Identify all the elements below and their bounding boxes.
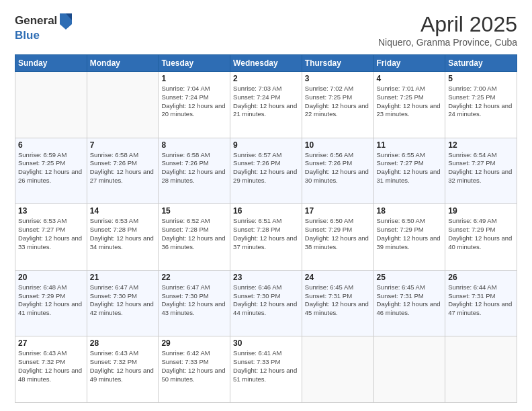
day-info: Sunrise: 7:02 AMSunset: 7:25 PMDaylight:… [305, 85, 371, 119]
day-info: Sunrise: 6:41 AMSunset: 7:33 PMDaylight:… [233, 349, 299, 383]
day-info: Sunrise: 6:42 AMSunset: 7:33 PMDaylight:… [161, 349, 227, 383]
day-info: Sunrise: 6:47 AMSunset: 7:30 PMDaylight:… [161, 283, 227, 318]
day-info: Sunrise: 6:52 AMSunset: 7:28 PMDaylight:… [161, 217, 227, 251]
calendar-cell: 11Sunrise: 6:55 AMSunset: 7:27 PMDayligh… [373, 138, 445, 204]
calendar-cell: 9Sunrise: 6:57 AMSunset: 7:26 PMDaylight… [230, 138, 302, 204]
calendar-cell: 26Sunrise: 6:44 AMSunset: 7:31 PMDayligh… [445, 270, 517, 336]
day-number: 7 [90, 140, 156, 150]
day-number: 10 [305, 140, 371, 150]
calendar-cell [15, 72, 87, 138]
calendar-cell: 7Sunrise: 6:58 AMSunset: 7:26 PMDaylight… [87, 138, 159, 204]
calendar-header-row: SundayMondayTuesdayWednesdayThursdayFrid… [15, 55, 517, 72]
day-info: Sunrise: 6:56 AMSunset: 7:26 PMDaylight:… [305, 151, 371, 185]
day-info: Sunrise: 6:59 AMSunset: 7:25 PMDaylight:… [18, 151, 84, 185]
day-info: Sunrise: 6:45 AMSunset: 7:31 PMDaylight:… [305, 283, 371, 318]
day-number: 9 [233, 140, 299, 150]
calendar-cell: 1Sunrise: 7:04 AMSunset: 7:24 PMDaylight… [159, 72, 230, 138]
calendar-cell: 16Sunrise: 6:51 AMSunset: 7:28 PMDayligh… [230, 204, 302, 271]
calendar-cell: 15Sunrise: 6:52 AMSunset: 7:28 PMDayligh… [159, 204, 230, 271]
logo: General Blue [15, 12, 73, 42]
day-number: 1 [161, 74, 227, 83]
page: General Blue April 2025 Niquero, Granma … [0, 0, 532, 411]
day-info: Sunrise: 6:43 AMSunset: 7:32 PMDaylight:… [18, 349, 84, 383]
title-block: April 2025 Niquero, Granma Province, Cub… [378, 12, 517, 48]
calendar-week-4: 20Sunrise: 6:48 AMSunset: 7:29 PMDayligh… [15, 270, 517, 336]
day-number: 3 [305, 74, 371, 83]
header: General Blue April 2025 Niquero, Granma … [15, 12, 517, 48]
calendar-cell: 8Sunrise: 6:58 AMSunset: 7:26 PMDaylight… [159, 138, 230, 204]
calendar-cell: 27Sunrise: 6:43 AMSunset: 7:32 PMDayligh… [15, 336, 87, 403]
day-number: 14 [90, 206, 156, 216]
day-number: 25 [377, 273, 443, 282]
day-info: Sunrise: 6:45 AMSunset: 7:31 PMDaylight:… [377, 283, 443, 318]
calendar-cell: 5Sunrise: 7:00 AMSunset: 7:25 PMDaylight… [445, 72, 517, 138]
day-info: Sunrise: 6:46 AMSunset: 7:30 PMDaylight:… [233, 283, 299, 318]
day-info: Sunrise: 6:50 AMSunset: 7:29 PMDaylight:… [377, 217, 443, 251]
day-header-friday: Friday [373, 55, 445, 72]
day-info: Sunrise: 6:49 AMSunset: 7:29 PMDaylight:… [448, 217, 514, 251]
calendar-cell [373, 336, 445, 403]
calendar-cell: 29Sunrise: 6:42 AMSunset: 7:33 PMDayligh… [159, 336, 230, 403]
day-number: 21 [90, 273, 156, 282]
day-number: 17 [305, 206, 371, 216]
day-info: Sunrise: 7:03 AMSunset: 7:24 PMDaylight:… [233, 85, 299, 119]
day-number: 4 [377, 74, 443, 83]
calendar-cell: 24Sunrise: 6:45 AMSunset: 7:31 PMDayligh… [302, 270, 373, 336]
logo-icon [58, 11, 73, 30]
calendar-cell: 3Sunrise: 7:02 AMSunset: 7:25 PMDaylight… [302, 72, 373, 138]
location-title: Niquero, Granma Province, Cuba [378, 37, 517, 48]
day-header-saturday: Saturday [445, 55, 517, 72]
calendar-cell: 25Sunrise: 6:45 AMSunset: 7:31 PMDayligh… [373, 270, 445, 336]
day-info: Sunrise: 6:51 AMSunset: 7:28 PMDaylight:… [233, 217, 299, 251]
day-number: 20 [18, 273, 84, 282]
calendar-cell: 17Sunrise: 6:50 AMSunset: 7:29 PMDayligh… [302, 204, 373, 271]
day-header-thursday: Thursday [302, 55, 373, 72]
day-number: 13 [18, 206, 84, 216]
calendar-cell: 22Sunrise: 6:47 AMSunset: 7:30 PMDayligh… [159, 270, 230, 336]
day-info: Sunrise: 6:54 AMSunset: 7:27 PMDaylight:… [448, 151, 514, 185]
calendar-cell: 20Sunrise: 6:48 AMSunset: 7:29 PMDayligh… [15, 270, 87, 336]
calendar-cell: 23Sunrise: 6:46 AMSunset: 7:30 PMDayligh… [230, 270, 302, 336]
day-number: 16 [233, 206, 299, 216]
day-info: Sunrise: 6:57 AMSunset: 7:26 PMDaylight:… [233, 151, 299, 185]
day-number: 27 [18, 338, 84, 348]
day-number: 5 [448, 74, 514, 83]
day-info: Sunrise: 7:01 AMSunset: 7:25 PMDaylight:… [377, 85, 443, 119]
day-number: 29 [161, 338, 227, 348]
calendar-cell [302, 336, 373, 403]
day-info: Sunrise: 6:55 AMSunset: 7:27 PMDaylight:… [377, 151, 443, 185]
calendar-table: SundayMondayTuesdayWednesdayThursdayFrid… [15, 54, 517, 403]
day-info: Sunrise: 6:50 AMSunset: 7:29 PMDaylight:… [305, 217, 371, 251]
day-number: 28 [90, 338, 156, 348]
calendar-cell: 30Sunrise: 6:41 AMSunset: 7:33 PMDayligh… [230, 336, 302, 403]
calendar-cell: 10Sunrise: 6:56 AMSunset: 7:26 PMDayligh… [302, 138, 373, 204]
day-number: 26 [448, 273, 514, 282]
day-info: Sunrise: 6:53 AMSunset: 7:28 PMDaylight:… [90, 217, 156, 251]
day-info: Sunrise: 6:58 AMSunset: 7:26 PMDaylight:… [161, 151, 227, 185]
calendar-week-5: 27Sunrise: 6:43 AMSunset: 7:32 PMDayligh… [15, 336, 517, 403]
calendar-week-2: 6Sunrise: 6:59 AMSunset: 7:25 PMDaylight… [15, 138, 517, 204]
day-info: Sunrise: 7:04 AMSunset: 7:24 PMDaylight:… [161, 85, 227, 119]
day-header-monday: Monday [87, 55, 159, 72]
day-info: Sunrise: 6:53 AMSunset: 7:27 PMDaylight:… [18, 217, 84, 251]
day-number: 30 [233, 338, 299, 348]
day-number: 6 [18, 140, 84, 150]
day-number: 15 [161, 206, 227, 216]
day-info: Sunrise: 6:58 AMSunset: 7:26 PMDaylight:… [90, 151, 156, 185]
calendar-cell: 12Sunrise: 6:54 AMSunset: 7:27 PMDayligh… [445, 138, 517, 204]
day-number: 22 [161, 273, 227, 282]
day-header-tuesday: Tuesday [159, 55, 230, 72]
calendar-cell: 19Sunrise: 6:49 AMSunset: 7:29 PMDayligh… [445, 204, 517, 271]
day-info: Sunrise: 6:48 AMSunset: 7:29 PMDaylight:… [18, 283, 84, 318]
calendar-cell [445, 336, 517, 403]
day-number: 18 [377, 206, 443, 216]
logo-blue: Blue [15, 30, 40, 42]
day-info: Sunrise: 6:44 AMSunset: 7:31 PMDaylight:… [448, 283, 514, 318]
month-title: April 2025 [378, 12, 517, 37]
logo-general: General [15, 15, 57, 28]
calendar-cell: 14Sunrise: 6:53 AMSunset: 7:28 PMDayligh… [87, 204, 159, 271]
calendar-cell: 18Sunrise: 6:50 AMSunset: 7:29 PMDayligh… [373, 204, 445, 271]
calendar-cell: 4Sunrise: 7:01 AMSunset: 7:25 PMDaylight… [373, 72, 445, 138]
day-number: 8 [161, 140, 227, 150]
calendar-cell: 28Sunrise: 6:43 AMSunset: 7:32 PMDayligh… [87, 336, 159, 403]
